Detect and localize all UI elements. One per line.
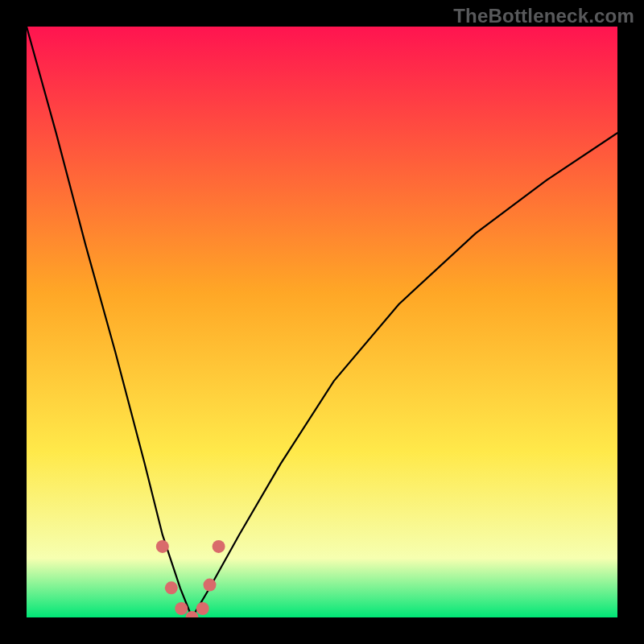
valley-marker: [204, 579, 217, 592]
valley-marker: [175, 602, 188, 615]
valley-marker: [156, 540, 169, 553]
plot-area: [27, 27, 617, 617]
valley-marker: [213, 540, 225, 553]
chart-canvas: TheBottleneck.com: [0, 0, 644, 644]
valley-marker: [196, 602, 209, 615]
valley-marker: [165, 581, 178, 594]
gradient-background: [27, 27, 617, 617]
chart-svg: [27, 27, 617, 617]
watermark-text: TheBottleneck.com: [453, 5, 634, 27]
